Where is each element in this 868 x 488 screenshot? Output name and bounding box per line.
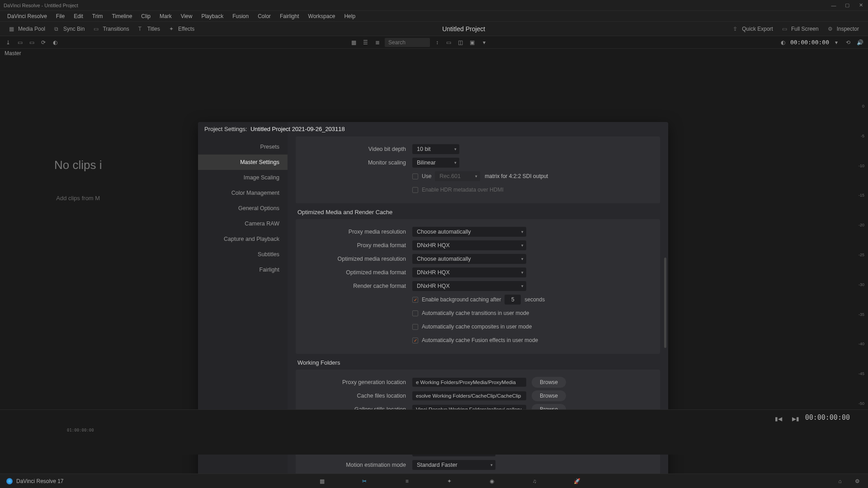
tool-icon[interactable]: ◐ <box>51 38 60 47</box>
view-thumb-icon[interactable]: ▦ <box>349 38 359 47</box>
viewer-cinema-icon[interactable]: ▣ <box>468 38 477 47</box>
tab-master-settings[interactable]: Master Settings <box>198 155 288 170</box>
full-screen-button[interactable]: ▭Full Screen <box>778 24 823 34</box>
app-name: DaVinci Resolve 17 <box>16 478 64 484</box>
motion-select[interactable]: Standard Faster▾ <box>412 460 495 470</box>
titles-button[interactable]: TTitles <box>134 24 165 34</box>
proxy-res-select[interactable]: Choose automatically▾ <box>412 227 526 237</box>
tab-fairlight[interactable]: Fairlight <box>198 262 288 277</box>
timeline-timecode: 01:00:00:00 <box>67 428 94 432</box>
menu-fairlight[interactable]: Fairlight <box>275 12 304 21</box>
page-fusion-icon[interactable]: ✦ <box>443 475 455 487</box>
timecode-display[interactable]: 00:00:00:00 <box>790 39 829 46</box>
bgcache-label: Enable background caching after <box>422 296 501 303</box>
menu-help[interactable]: Help <box>340 12 360 21</box>
maximize-icon[interactable]: ▢ <box>844 2 851 9</box>
inspector-button[interactable]: ⚙Inspector <box>823 24 863 34</box>
volume-icon[interactable]: 🔊 <box>855 38 864 47</box>
menu-view[interactable]: View <box>176 12 197 21</box>
page-deliver-icon[interactable]: 🚀 <box>571 475 583 487</box>
sync-bin-button[interactable]: ⧉Sync Bin <box>50 24 89 34</box>
opt-res-select[interactable]: Choose automatically▾ <box>412 254 526 264</box>
tab-color-management[interactable]: Color Management <box>198 185 288 201</box>
close-icon[interactable]: ✕ <box>857 2 864 9</box>
new-timeline-icon[interactable]: ▭ <box>27 38 36 47</box>
opt-fmt-select[interactable]: DNxHR HQX▾ <box>412 267 526 277</box>
cache-loc-input[interactable] <box>412 391 526 400</box>
home-icon[interactable]: ⌂ <box>835 477 844 486</box>
tab-capture-playback[interactable]: Capture and Playback <box>198 231 288 247</box>
video-bit-depth-select[interactable]: 10 bit▾ <box>412 144 459 154</box>
tab-image-scaling[interactable]: Image Scaling <box>198 170 288 185</box>
audio-meter-scale: 0 -5 -10 -15 -20 -25 -30 -35 -40 -45 -50 <box>854 104 866 406</box>
monitor-scaling-select[interactable]: Bilinear▾ <box>412 158 459 168</box>
breadcrumb[interactable]: Master <box>0 49 868 59</box>
proxy-loc-input[interactable] <box>412 378 526 387</box>
cache-fmt-select[interactable]: DNxHR HQX▾ <box>412 281 526 291</box>
new-bin-icon[interactable]: ▭ <box>15 38 24 47</box>
tab-presets[interactable]: Presets <box>198 139 288 155</box>
effects-button[interactable]: ✦Effects <box>165 24 199 34</box>
bgcache-seconds-input[interactable] <box>505 295 521 305</box>
quick-export-label: Quick Export <box>742 26 773 32</box>
transitions-button[interactable]: ▭Transitions <box>89 24 133 34</box>
menu-playback[interactable]: Playback <box>197 12 228 21</box>
tab-subtitles[interactable]: Subtitles <box>198 247 288 262</box>
content-scrollbar[interactable] <box>664 258 666 348</box>
fullscreen-icon: ▭ <box>782 26 788 32</box>
next-frame-icon[interactable]: ▶▮ <box>791 414 800 423</box>
minimize-icon[interactable]: — <box>830 2 837 9</box>
menu-file[interactable]: File <box>52 12 69 21</box>
proxy-browse-button[interactable]: Browse <box>532 377 566 388</box>
in-out-icon[interactable]: ▾ <box>832 38 841 47</box>
sort-icon[interactable]: ↕ <box>433 38 442 47</box>
chevron-down-icon: ▾ <box>521 257 524 261</box>
app-logo-icon <box>6 478 13 484</box>
auto-fusion-checkbox[interactable]: ✓ <box>412 338 418 343</box>
menu-workspace[interactable]: Workspace <box>304 12 340 21</box>
quick-export-button[interactable]: ⇪Quick Export <box>728 24 778 34</box>
menu-davinci[interactable]: DaVinci Resolve <box>3 12 52 21</box>
view-strip-icon[interactable]: ≣ <box>373 38 382 47</box>
motion-label: Motion estimation mode <box>302 462 412 468</box>
media-pool-button[interactable]: ▦Media Pool <box>5 24 50 34</box>
menu-color[interactable]: Color <box>253 12 275 21</box>
use-matrix-checkbox[interactable] <box>412 174 418 179</box>
import-icon[interactable]: ⤓ <box>4 38 13 47</box>
menu-trim[interactable]: Trim <box>88 12 108 21</box>
auto-comp-checkbox[interactable] <box>412 324 418 330</box>
main-toolbar: ▦Media Pool ⧉Sync Bin ▭Transitions TTitl… <box>0 22 868 36</box>
viewer-single-icon[interactable]: ▭ <box>444 38 453 47</box>
db-mark: -15 <box>854 193 866 197</box>
bgcache-checkbox[interactable]: ✓ <box>412 297 418 303</box>
proxy-fmt-select[interactable]: DNxHR HQX▾ <box>412 240 526 250</box>
video-bit-depth-label: Video bit depth <box>302 146 412 152</box>
menu-clip[interactable]: Clip <box>137 12 155 21</box>
page-fairlight-icon[interactable]: ♫ <box>528 475 540 487</box>
refresh-icon[interactable]: ⟳ <box>39 38 48 47</box>
cache-browse-button[interactable]: Browse <box>532 390 566 401</box>
tab-general-options[interactable]: General Options <box>198 201 288 216</box>
page-edit-icon[interactable]: ≡ <box>401 475 413 487</box>
seconds-label: seconds <box>524 296 545 303</box>
bypass-icon[interactable]: ◐ <box>778 38 788 47</box>
page-color-icon[interactable]: ◉ <box>486 475 498 487</box>
prev-frame-icon[interactable]: ▮◀ <box>774 414 783 423</box>
search-input[interactable] <box>385 38 430 47</box>
viewer-timecode[interactable]: 00:00:00:00 <box>805 413 850 422</box>
select-value: Bilinear <box>417 160 436 166</box>
loop-icon[interactable]: ⟲ <box>844 38 853 47</box>
auto-trans-checkbox[interactable] <box>412 310 418 316</box>
menu-edit[interactable]: Edit <box>69 12 88 21</box>
tab-camera-raw[interactable]: Camera RAW <box>198 216 288 231</box>
settings-gear-icon[interactable]: ⚙ <box>853 477 862 486</box>
menu-fusion[interactable]: Fusion <box>228 12 253 21</box>
page-media-icon[interactable]: ▦ <box>316 475 328 487</box>
menu-mark[interactable]: Mark <box>155 12 176 21</box>
viewer-mode-icon[interactable]: ▾ <box>480 38 489 47</box>
menu-timeline[interactable]: Timeline <box>107 12 137 21</box>
viewer-dual-icon[interactable]: ◫ <box>456 38 465 47</box>
page-cut-icon[interactable]: ✂ <box>359 475 370 487</box>
hdr-checkbox[interactable] <box>412 187 418 193</box>
view-list-icon[interactable]: ☰ <box>361 38 370 47</box>
